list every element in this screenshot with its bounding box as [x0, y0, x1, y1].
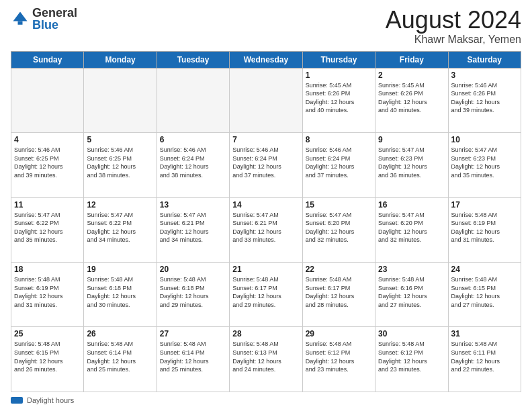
title-block: August 2024 Khawr Maksar, Yemen: [386, 7, 521, 46]
calendar-cell: 23Sunrise: 5:48 AM Sunset: 6:16 PM Dayli…: [375, 263, 448, 327]
calendar-header-wednesday: Wednesday: [230, 51, 302, 68]
day-info: Sunrise: 5:47 AM Sunset: 6:21 PM Dayligh…: [232, 211, 299, 244]
svg-rect-1: [18, 21, 23, 25]
calendar-cell: [11, 68, 84, 132]
calendar-cell: 17Sunrise: 5:48 AM Sunset: 6:19 PM Dayli…: [448, 197, 521, 262]
day-number: 25: [14, 329, 81, 338]
calendar-header-row: SundayMondayTuesdayWednesdayThursdayFrid…: [11, 51, 521, 68]
day-info: Sunrise: 5:47 AM Sunset: 6:20 PM Dayligh…: [306, 211, 372, 244]
logo-text: General Blue: [32, 7, 77, 31]
day-info: Sunrise: 5:47 AM Sunset: 6:22 PM Dayligh…: [87, 211, 153, 244]
calendar-cell: 26Sunrise: 5:48 AM Sunset: 6:14 PM Dayli…: [84, 327, 157, 392]
day-number: 27: [160, 329, 226, 338]
day-number: 16: [378, 200, 445, 210]
day-number: 28: [232, 329, 299, 338]
day-info: Sunrise: 5:48 AM Sunset: 6:13 PM Dayligh…: [232, 340, 299, 373]
page: General Blue August 2024 Khawr Maksar, Y…: [0, 0, 532, 411]
day-info: Sunrise: 5:48 AM Sunset: 6:15 PM Dayligh…: [451, 275, 518, 309]
calendar-cell: 1Sunrise: 5:45 AM Sunset: 6:26 PM Daylig…: [302, 68, 375, 132]
day-info: Sunrise: 5:48 AM Sunset: 6:19 PM Dayligh…: [14, 275, 81, 309]
day-info: Sunrise: 5:48 AM Sunset: 6:12 PM Dayligh…: [306, 340, 372, 373]
logo-blue: Blue: [32, 18, 58, 32]
day-info: Sunrise: 5:48 AM Sunset: 6:14 PM Dayligh…: [160, 340, 226, 373]
day-info: Sunrise: 5:46 AM Sunset: 6:24 PM Dayligh…: [306, 146, 372, 179]
calendar-cell: 25Sunrise: 5:48 AM Sunset: 6:15 PM Dayli…: [11, 327, 84, 392]
day-info: Sunrise: 5:48 AM Sunset: 6:17 PM Dayligh…: [306, 275, 372, 309]
day-info: Sunrise: 5:47 AM Sunset: 6:22 PM Dayligh…: [14, 211, 81, 244]
calendar-cell: 14Sunrise: 5:47 AM Sunset: 6:21 PM Dayli…: [230, 197, 302, 262]
calendar-cell: 31Sunrise: 5:48 AM Sunset: 6:11 PM Dayli…: [448, 327, 521, 392]
header: General Blue August 2024 Khawr Maksar, Y…: [11, 7, 521, 46]
day-number: 29: [306, 329, 372, 338]
calendar-header-tuesday: Tuesday: [157, 51, 229, 68]
calendar-week-row: 1Sunrise: 5:45 AM Sunset: 6:26 PM Daylig…: [11, 68, 521, 132]
day-number: 3: [451, 71, 518, 80]
day-number: 15: [306, 200, 372, 210]
day-info: Sunrise: 5:48 AM Sunset: 6:19 PM Dayligh…: [451, 211, 518, 244]
day-number: 20: [160, 265, 226, 274]
calendar-week-row: 18Sunrise: 5:48 AM Sunset: 6:19 PM Dayli…: [11, 263, 521, 327]
day-number: 10: [451, 135, 518, 144]
calendar-cell: 11Sunrise: 5:47 AM Sunset: 6:22 PM Dayli…: [11, 197, 84, 262]
day-number: 14: [232, 200, 299, 210]
day-number: 24: [451, 265, 518, 274]
day-info: Sunrise: 5:48 AM Sunset: 6:11 PM Dayligh…: [451, 340, 518, 373]
day-info: Sunrise: 5:48 AM Sunset: 6:15 PM Dayligh…: [14, 340, 81, 373]
day-number: 1: [306, 71, 372, 80]
calendar-cell: 6Sunrise: 5:46 AM Sunset: 6:24 PM Daylig…: [157, 133, 229, 197]
calendar-cell: 3Sunrise: 5:46 AM Sunset: 6:26 PM Daylig…: [448, 68, 521, 132]
calendar-cell: 2Sunrise: 5:45 AM Sunset: 6:26 PM Daylig…: [375, 68, 448, 132]
day-info: Sunrise: 5:46 AM Sunset: 6:24 PM Dayligh…: [232, 146, 299, 179]
calendar-cell: [84, 68, 157, 132]
day-info: Sunrise: 5:48 AM Sunset: 6:18 PM Dayligh…: [160, 275, 226, 309]
calendar-cell: 20Sunrise: 5:48 AM Sunset: 6:18 PM Dayli…: [157, 263, 229, 327]
calendar-week-row: 25Sunrise: 5:48 AM Sunset: 6:15 PM Dayli…: [11, 327, 521, 392]
calendar-week-row: 11Sunrise: 5:47 AM Sunset: 6:22 PM Dayli…: [11, 197, 521, 262]
calendar-cell: 19Sunrise: 5:48 AM Sunset: 6:18 PM Dayli…: [84, 263, 157, 327]
day-number: 22: [306, 265, 372, 274]
day-number: 21: [232, 265, 299, 274]
calendar-cell: 28Sunrise: 5:48 AM Sunset: 6:13 PM Dayli…: [230, 327, 302, 392]
calendar-header-thursday: Thursday: [302, 51, 375, 68]
day-number: 5: [87, 135, 153, 144]
calendar-table: SundayMondayTuesdayWednesdayThursdayFrid…: [11, 51, 521, 392]
calendar-header-saturday: Saturday: [448, 51, 521, 68]
calendar-cell: 15Sunrise: 5:47 AM Sunset: 6:20 PM Dayli…: [302, 197, 375, 262]
day-number: 12: [87, 200, 153, 210]
calendar-cell: 30Sunrise: 5:48 AM Sunset: 6:12 PM Dayli…: [375, 327, 448, 392]
day-number: 6: [160, 135, 226, 144]
calendar-cell: 9Sunrise: 5:47 AM Sunset: 6:23 PM Daylig…: [375, 133, 448, 197]
calendar-cell: 22Sunrise: 5:48 AM Sunset: 6:17 PM Dayli…: [302, 263, 375, 327]
day-info: Sunrise: 5:47 AM Sunset: 6:21 PM Dayligh…: [160, 211, 226, 244]
calendar-cell: 16Sunrise: 5:47 AM Sunset: 6:20 PM Dayli…: [375, 197, 448, 262]
day-info: Sunrise: 5:45 AM Sunset: 6:26 PM Dayligh…: [306, 81, 372, 115]
calendar-cell: [157, 68, 229, 132]
footer-label: Daylight hours: [27, 396, 74, 404]
day-number: 2: [378, 71, 445, 80]
calendar-cell: 27Sunrise: 5:48 AM Sunset: 6:14 PM Dayli…: [157, 327, 229, 392]
day-number: 7: [232, 135, 299, 144]
day-number: 30: [378, 329, 445, 338]
day-info: Sunrise: 5:46 AM Sunset: 6:24 PM Dayligh…: [160, 146, 226, 179]
calendar-cell: 12Sunrise: 5:47 AM Sunset: 6:22 PM Dayli…: [84, 197, 157, 262]
day-number: 19: [87, 265, 153, 274]
title-location: Khawr Maksar, Yemen: [386, 34, 521, 46]
logo: General Blue: [11, 7, 77, 31]
day-number: 31: [451, 329, 518, 338]
day-info: Sunrise: 5:47 AM Sunset: 6:23 PM Dayligh…: [451, 146, 518, 179]
calendar-week-row: 4Sunrise: 5:46 AM Sunset: 6:25 PM Daylig…: [11, 133, 521, 197]
day-number: 9: [378, 135, 445, 144]
daylight-bar-icon: [11, 397, 23, 404]
calendar-header-friday: Friday: [375, 51, 448, 68]
day-number: 8: [306, 135, 372, 144]
svg-marker-0: [13, 12, 28, 21]
footer: Daylight hours: [11, 396, 521, 404]
day-info: Sunrise: 5:47 AM Sunset: 6:23 PM Dayligh…: [378, 146, 445, 179]
logo-icon: [11, 9, 30, 28]
day-number: 11: [14, 200, 81, 210]
calendar-cell: 10Sunrise: 5:47 AM Sunset: 6:23 PM Dayli…: [448, 133, 521, 197]
calendar-cell: 7Sunrise: 5:46 AM Sunset: 6:24 PM Daylig…: [230, 133, 302, 197]
calendar-header-sunday: Sunday: [11, 51, 84, 68]
calendar-cell: 5Sunrise: 5:46 AM Sunset: 6:25 PM Daylig…: [84, 133, 157, 197]
day-number: 17: [451, 200, 518, 210]
